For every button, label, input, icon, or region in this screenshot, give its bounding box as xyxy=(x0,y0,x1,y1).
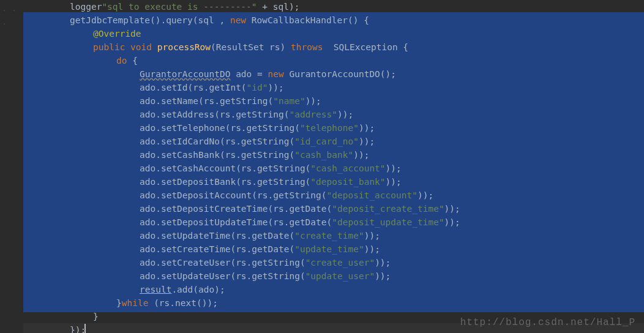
code-line[interactable]: ado.setTelephone(rs.getString("telephone… xyxy=(23,121,460,135)
gutter: . . . xyxy=(0,0,23,333)
fold-marker: . . . xyxy=(2,2,23,29)
code-line[interactable]: }); xyxy=(23,323,460,333)
code-line[interactable]: ado.setDepositAccount(rs.getString("depo… xyxy=(23,189,460,202)
code-line[interactable]: @Override xyxy=(23,27,460,40)
code-line[interactable]: ado.setAddress(rs.getString("address")); xyxy=(23,108,460,121)
code-line[interactable]: ado.setDepositCreateTime(rs.getDate("dep… xyxy=(23,202,460,215)
code-line[interactable]: GurantorAccountDO ado = new GurantorAcco… xyxy=(23,67,460,81)
code-line[interactable]: ado.setDepositBank(rs.getString("deposit… xyxy=(23,175,460,189)
code-editor[interactable]: . . . logger"sql to execute is ---------… xyxy=(0,0,644,333)
code-line[interactable]: ado.setName(rs.getString("name")); xyxy=(23,94,460,108)
code-line[interactable]: ado.setIdCardNo(rs.getString("id_card_no… xyxy=(23,135,460,148)
code-line[interactable]: ado.setCashBank(rs.getString("cash_bank"… xyxy=(23,148,460,162)
code-line[interactable]: }while (rs.next()); xyxy=(23,296,460,310)
code-line[interactable]: logger"sql to execute is ---------" + sq… xyxy=(23,0,460,13)
code-line[interactable]: ado.setCreateUser(rs.getString("create_u… xyxy=(23,256,460,269)
code-line[interactable]: ado.setDepositUpdateTime(rs.getDate("dep… xyxy=(23,215,460,229)
code-line[interactable]: ado.setId(rs.getInt("id")); xyxy=(23,81,460,94)
code-line[interactable]: ado.setCashAccount(rs.getString("cash_ac… xyxy=(23,162,460,175)
code-line[interactable]: ado.setCreateTime(rs.getDate("update_tim… xyxy=(23,242,460,256)
code-area[interactable]: logger"sql to execute is ---------" + sq… xyxy=(23,0,644,333)
code-line[interactable]: public void processRow(ResultSet rs) thr… xyxy=(23,40,460,54)
code-line[interactable]: getJdbcTemplate().query(sql , new RowCal… xyxy=(23,13,460,27)
code-line[interactable]: result.add(ado); xyxy=(23,283,460,296)
code-line[interactable]: ado.setUpdateUser(rs.getString("update_u… xyxy=(23,269,460,283)
code-line[interactable]: } xyxy=(23,310,460,323)
code-content[interactable]: logger"sql to execute is ---------" + sq… xyxy=(23,0,460,333)
code-line[interactable]: do { xyxy=(23,54,460,67)
code-line[interactable]: ado.setUpdateTime(rs.getDate("create_tim… xyxy=(23,229,460,242)
